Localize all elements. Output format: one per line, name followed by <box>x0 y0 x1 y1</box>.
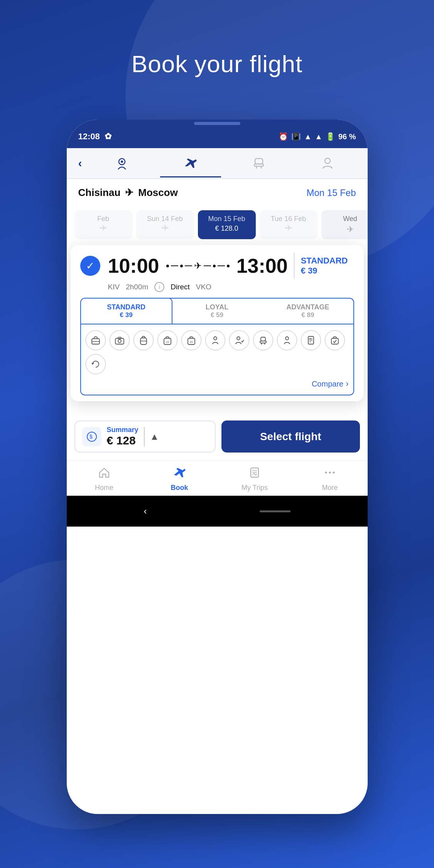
amenities-row: 10 20 <box>86 330 349 374</box>
date-label-1: Sun 14 Feb <box>147 215 183 223</box>
amenities-box: 10 20 <box>80 324 354 395</box>
android-back-button[interactable]: ‹ <box>144 506 147 517</box>
amenity-luggage-check <box>325 330 345 350</box>
amenity-doc: 10 <box>301 330 321 350</box>
flight-top: ✓ 10:00 ✈ 13:00 <box>80 253 354 279</box>
select-flight-button[interactable]: Select flight <box>221 420 360 453</box>
time-display: 12:08 <box>78 132 100 142</box>
summary-box: $ Summary € 128 ▲ <box>74 420 216 453</box>
date-item-2[interactable]: Mon 15 Feb € 128.0 <box>198 210 256 239</box>
tier-loyal-price: € 59 <box>175 311 259 319</box>
amenity-luggage20: 20 <box>181 330 201 350</box>
alarm-icon: ⏰ <box>279 132 288 141</box>
bnav-book[interactable]: Book <box>142 466 217 492</box>
date-item-4[interactable]: Wed ✈ <box>321 210 368 239</box>
date-item-1[interactable]: Sun 14 Feb ✈ <box>136 210 194 239</box>
bottom-nav: Home Book M <box>67 460 368 496</box>
svg-point-37 <box>329 472 331 474</box>
amenity-person2 <box>277 330 297 350</box>
date-item-0[interactable]: Feb ✈ <box>74 210 132 239</box>
flight-type: Direct <box>171 283 190 291</box>
bnav-home[interactable]: Home <box>67 466 142 492</box>
more-icon <box>324 466 336 481</box>
amenity-refresh <box>86 354 106 374</box>
amenity-seat <box>253 330 273 350</box>
status-bar: 12:08 ✿ ⏰ 📳 ▲ ▲ 🔋 96 % <box>67 125 368 148</box>
amenity-person-check <box>229 330 249 350</box>
svg-point-18 <box>214 337 217 340</box>
flight-selected-check: ✓ <box>80 256 100 276</box>
svg-point-24 <box>285 337 289 340</box>
compare-label: Compare <box>312 380 343 388</box>
bnav-home-label: Home <box>95 484 113 492</box>
phone-frame: 12:08 ✿ ⏰ 📳 ▲ ▲ 🔋 96 % ‹ <box>67 120 368 814</box>
notch-bar <box>67 120 368 125</box>
svg-text:10: 10 <box>309 338 311 340</box>
summary-divider <box>144 427 145 446</box>
origin-city: Chisinau <box>78 187 121 199</box>
no-flight-icon-1: ✈ <box>162 223 169 233</box>
amenity-luggage10: 10 <box>157 330 177 350</box>
flight-tier-badge: STANDARD € 39 <box>294 253 354 279</box>
info-circle-icon[interactable]: i <box>154 282 164 292</box>
tab-passenger[interactable] <box>295 150 360 177</box>
date-label-4: Wed <box>343 215 357 223</box>
svg-point-38 <box>333 472 335 474</box>
tier-standard-name: STANDARD <box>84 303 169 311</box>
android-nav-bar: ‹ <box>67 496 368 527</box>
route-header: Chisinau ✈ Moscow Mon 15 Feb <box>67 179 368 206</box>
vibrate-icon: 📳 <box>291 132 301 141</box>
compare-row[interactable]: Compare › <box>86 379 349 389</box>
bnav-mytrips[interactable]: My Trips <box>217 466 292 492</box>
flight-duration: 2h00m <box>126 283 148 291</box>
route-date: Mon 15 Feb <box>306 187 356 198</box>
date-item-3[interactable]: Tue 16 Feb ✈ <box>260 210 317 239</box>
date-label-2: Mon 15 Feb <box>208 215 245 223</box>
svg-rect-3 <box>254 164 263 166</box>
flight-route-dots: ✈ <box>163 260 233 271</box>
tab-flight[interactable] <box>158 150 223 177</box>
badge-tier-price: € 39 <box>301 266 348 276</box>
no-flight-icon-0: ✈ <box>100 223 107 233</box>
from-code: KIV <box>108 283 120 291</box>
tier-advantage[interactable]: ADVANTAGE € 89 <box>262 299 353 324</box>
date-label-0: Feb <box>97 215 109 223</box>
bnav-book-label: Book <box>171 484 188 492</box>
signal-icon: ▲ <box>315 132 323 141</box>
tab-destination[interactable] <box>90 150 155 177</box>
svg-rect-33 <box>251 468 258 477</box>
destination-city: Moscow <box>138 187 178 199</box>
tier-advantage-name: ADVANTAGE <box>265 303 350 311</box>
summary-amount: € 128 <box>107 434 138 447</box>
summary-icon: $ <box>82 427 101 446</box>
tier-tabs: STANDARD € 39 LOYAL € 59 ADVANTAGE € 89 <box>80 298 354 324</box>
summary-label: Summary <box>107 426 138 434</box>
tier-loyal[interactable]: LOYAL € 59 <box>172 299 262 324</box>
wifi-signal-icon: ▲ <box>304 132 312 141</box>
svg-point-1 <box>121 160 123 163</box>
flight-icon-4: ✈ <box>347 225 354 235</box>
amenity-backpack <box>133 330 154 350</box>
bnav-more-label: More <box>322 484 338 492</box>
battery-level: 96 % <box>338 132 356 141</box>
wifi-icon: ✿ <box>105 132 111 142</box>
page-title: Book your flight <box>132 50 302 78</box>
battery-icon: 🔋 <box>326 132 335 141</box>
tier-standard[interactable]: STANDARD € 39 <box>80 298 172 324</box>
bnav-more[interactable]: More <box>292 466 368 492</box>
svg-rect-30 <box>331 338 338 344</box>
summary-toggle-button[interactable]: ▲ <box>150 431 159 442</box>
tab-seat[interactable] <box>227 150 292 177</box>
tier-standard-price: € 39 <box>84 311 169 319</box>
route-arrow-icon: ✈ <box>125 187 133 199</box>
flight-info-row: KIV 2h00m i Direct VKO <box>108 282 354 292</box>
svg-point-10 <box>118 339 121 343</box>
flight-times: 10:00 ✈ 13:00 <box>108 254 288 277</box>
svg-point-36 <box>325 472 327 474</box>
amenity-bag <box>86 330 106 350</box>
android-home-indicator <box>260 510 290 512</box>
back-button[interactable]: ‹ <box>74 157 86 170</box>
compare-arrow-icon: › <box>346 379 348 389</box>
bnav-mytrips-label: My Trips <box>241 484 268 492</box>
tier-loyal-name: LOYAL <box>175 303 259 311</box>
